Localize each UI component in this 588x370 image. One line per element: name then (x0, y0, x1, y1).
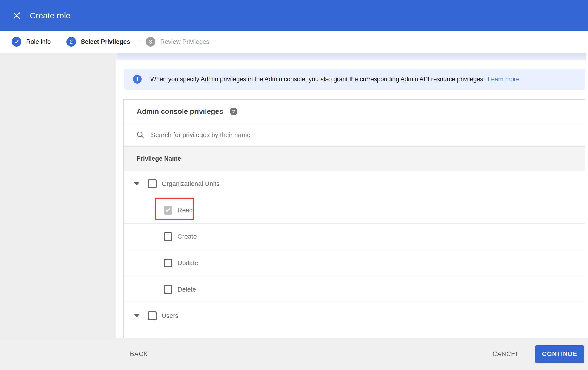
learn-more-link[interactable]: Learn more (488, 76, 519, 83)
checkbox-ou-delete[interactable] (164, 285, 172, 294)
checkbox-organizational-units[interactable] (148, 180, 157, 188)
privilege-label: Users (162, 312, 178, 320)
step-connector (135, 41, 141, 42)
step-connector (55, 41, 62, 42)
step3-label: Review Privileges (160, 38, 209, 45)
create-role-dialog: Create role Role info 2 Select Privilege… (0, 0, 588, 370)
dialog-title: Create role (30, 11, 70, 20)
privilege-row-ou-update[interactable]: Update (124, 250, 585, 276)
privilege-row-ou-delete[interactable]: Delete (124, 276, 585, 303)
info-icon: i (133, 75, 142, 84)
privilege-label: Organizational Units (162, 180, 220, 188)
table-column-header: Privilege Name (124, 146, 585, 171)
card-title: Admin console privileges (137, 107, 223, 116)
search-icon (136, 131, 145, 139)
footer-bar: BACK CANCEL CONTINUE (0, 338, 588, 370)
privilege-label: Read (178, 207, 193, 214)
close-icon[interactable] (9, 8, 25, 24)
back-button[interactable]: BACK (130, 350, 148, 358)
continue-button[interactable]: CONTINUE (535, 345, 584, 363)
cancel-button[interactable]: CANCEL (492, 350, 519, 358)
step3-number: 3 (146, 37, 155, 47)
stepper: Role info 2 Select Privileges 3 Review P… (0, 31, 588, 53)
admin-console-privileges-card: Admin console privileges ? Privilege Nam… (124, 99, 585, 356)
step2-label: Select Privileges (81, 38, 130, 45)
privilege-row-ou-read[interactable]: Read (124, 197, 585, 224)
privilege-row-organizational-units[interactable]: Organizational Units (124, 171, 585, 197)
step2-number: 2 (66, 37, 76, 47)
app-bar: Create role (0, 0, 588, 31)
privilege-row-ou-create[interactable]: Create (124, 224, 585, 250)
help-icon[interactable]: ? (230, 108, 237, 115)
privilege-name-header: Privilege Name (136, 155, 181, 162)
step-role-info[interactable]: Role info (12, 37, 51, 47)
step-select-privileges[interactable]: 2 Select Privileges (66, 37, 130, 47)
privilege-search-row (124, 123, 585, 146)
collapse-arrow-icon[interactable] (134, 314, 139, 317)
scrolled-section-remnant (116, 53, 586, 60)
left-pane (0, 53, 116, 338)
privilege-label: Delete (178, 286, 196, 293)
checkbox-ou-read-checked[interactable] (164, 206, 172, 215)
card-header: Admin console privileges ? (124, 100, 585, 123)
step1-check-icon (12, 37, 21, 47)
collapse-arrow-icon[interactable] (134, 182, 139, 185)
content-pane: i When you specify Admin privileges in t… (116, 53, 588, 338)
checkbox-users[interactable] (148, 311, 157, 320)
step1-label: Role info (26, 38, 51, 45)
privilege-label: Update (178, 259, 198, 267)
info-banner-text: When you specify Admin privileges in the… (150, 76, 485, 83)
privilege-label: Create (178, 233, 197, 240)
privilege-search-input[interactable] (151, 131, 519, 139)
step-review-privileges[interactable]: 3 Review Privileges (146, 37, 209, 47)
checkbox-ou-create[interactable] (164, 232, 172, 241)
info-banner: i When you specify Admin privileges in t… (124, 69, 585, 90)
close-x-glyph (12, 11, 21, 20)
checkmark-icon (165, 207, 170, 212)
privilege-row-users[interactable]: Users (124, 303, 585, 329)
checkbox-ou-update[interactable] (164, 259, 172, 267)
